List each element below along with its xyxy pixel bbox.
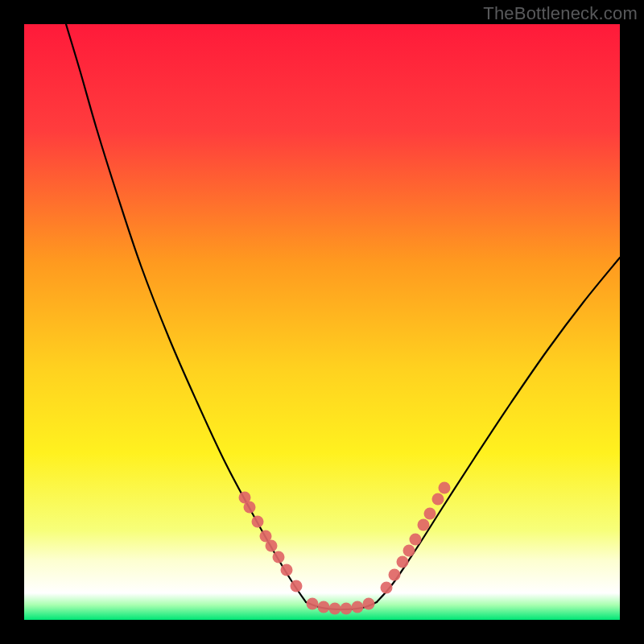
point-left-dots-4 bbox=[266, 540, 278, 552]
point-bottom-dots-3 bbox=[341, 603, 353, 615]
point-right-dots-3 bbox=[403, 545, 415, 557]
chart-svg bbox=[24, 24, 620, 620]
point-right-dots-0 bbox=[381, 582, 393, 594]
point-bottom-dots-1 bbox=[318, 601, 330, 613]
chart-background bbox=[24, 24, 620, 620]
point-right-dots-6 bbox=[424, 508, 436, 520]
point-left-dots-1 bbox=[244, 502, 256, 514]
watermark-label: TheBottleneck.com bbox=[483, 3, 638, 24]
point-bottom-dots-2 bbox=[329, 603, 341, 615]
chart-frame: TheBottleneck.com bbox=[0, 0, 644, 644]
point-bottom-dots-4 bbox=[352, 601, 364, 613]
point-right-dots-8 bbox=[439, 482, 451, 494]
plot-area bbox=[24, 24, 620, 620]
point-right-dots-5 bbox=[418, 519, 430, 531]
point-right-dots-4 bbox=[410, 534, 422, 546]
point-bottom-dots-5 bbox=[363, 598, 375, 610]
point-left-dots-7 bbox=[291, 580, 303, 592]
point-right-dots-7 bbox=[432, 493, 444, 506]
point-bottom-dots-0 bbox=[307, 598, 319, 610]
point-left-dots-6 bbox=[281, 564, 293, 576]
point-right-dots-2 bbox=[397, 556, 409, 568]
point-left-dots-5 bbox=[273, 551, 285, 564]
point-right-dots-1 bbox=[389, 569, 401, 581]
point-left-dots-2 bbox=[252, 516, 264, 528]
